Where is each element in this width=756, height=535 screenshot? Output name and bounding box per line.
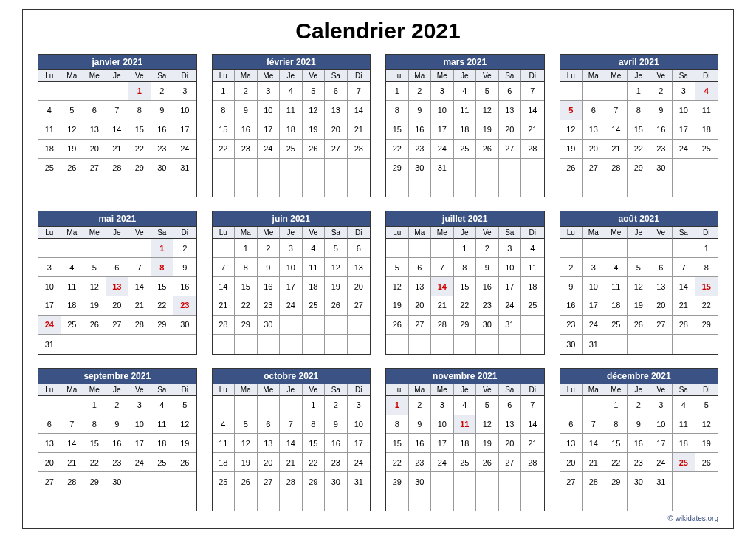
day-cell: 19 [560,140,583,159]
day-cell: 23 [409,453,432,472]
day-cell: 1 [605,396,628,415]
day-cell: 15 [128,120,151,140]
day-cell [173,491,196,511]
day-cell [83,239,106,258]
weeks-container: 1234567891011121314151617181920212223242… [38,239,196,353]
day-cell [348,316,371,335]
day-cell: 2 [173,239,196,258]
day-cell: 3 [38,258,61,277]
day-cell: 17 [38,296,61,316]
day-cell: 10 [431,415,454,435]
day-cell: 15 [386,120,409,140]
day-cell [605,82,628,101]
day-cell: 20 [583,140,605,159]
weekday-label: Je [454,70,477,82]
day-cell: 11 [521,258,544,277]
day-cell: 13 [499,101,522,120]
day-cell [151,472,174,491]
month-header: octobre 2021 [213,369,371,384]
month-block: mai 2021LuMaMeJeVeSaDi123456789101112131… [38,211,197,354]
day-cell: 14 [61,434,84,453]
day-cell: 13 [650,277,673,296]
day-cell: 3 [673,82,695,101]
weekday-row: LuMaMeJeVeSaDi [213,384,371,396]
weekday-label: Je [106,384,129,396]
day-cell: 23 [560,316,583,335]
day-cell: 5 [235,415,258,435]
day-cell: 4 [673,396,695,415]
week-row: 11121314151617 [213,434,371,453]
day-cell: 28 [348,140,371,159]
week-row [560,177,718,197]
week-row: 31 [38,335,196,354]
weekday-label: Me [431,70,454,82]
day-cell: 4 [605,258,628,277]
day-cell: 28 [521,140,544,159]
day-cell: 23 [650,140,673,159]
day-cell [61,491,84,511]
weeks-container: 1234567891011121314151617181920212223242… [213,396,371,511]
day-cell: 26 [386,316,409,335]
day-cell [38,177,61,197]
weekday-label: Ma [235,384,258,396]
day-cell: 12 [303,101,326,120]
day-cell: 17 [128,434,151,453]
weekday-label: Me [83,384,106,396]
day-cell: 14 [521,415,544,435]
weekday-label: Di [695,384,718,396]
day-cell [106,491,129,511]
day-cell: 7 [431,258,454,277]
day-cell [106,82,129,101]
weekday-label: Ve [650,70,673,82]
day-cell: 28 [431,316,454,335]
day-cell: 6 [499,396,522,415]
weekday-label: Ve [650,384,673,396]
day-cell [38,396,61,415]
day-cell [409,239,432,258]
day-cell: 11 [605,277,628,296]
weekday-label: Sa [151,70,174,82]
week-row: 567891011 [560,101,718,120]
day-cell: 7 [605,101,628,120]
day-cell: 13 [258,434,281,453]
day-cell [560,239,583,258]
weekday-row: LuMaMeJeVeSaDi [560,227,718,239]
day-cell: 13 [106,277,129,296]
day-cell: 23 [151,140,174,159]
day-cell: 28 [583,472,605,491]
day-cell: 13 [583,120,605,140]
weekday-label: Je [454,384,477,396]
day-cell: 10 [499,258,522,277]
day-cell [431,239,454,258]
day-cell [454,472,477,491]
day-cell: 7 [213,258,236,277]
week-row: 1 [560,239,718,258]
week-row: 10111213141516 [38,277,196,296]
day-cell [61,82,84,101]
day-cell: 1 [235,239,258,258]
weekday-label: Me [258,227,281,239]
day-cell: 18 [521,277,544,296]
month-header: juin 2021 [213,211,371,227]
day-cell: 30 [325,472,348,491]
month-header: août 2021 [560,211,718,227]
day-cell: 11 [213,434,236,453]
day-cell: 5 [173,396,196,415]
day-cell: 6 [348,239,371,258]
day-cell [106,177,129,197]
week-row: 15161718192021 [386,120,544,140]
weekday-row: LuMaMeJeVeSaDi [38,227,196,239]
day-cell: 9 [258,258,281,277]
day-cell [213,177,236,197]
day-cell: 28 [605,159,628,178]
day-cell: 3 [128,396,151,415]
day-cell: 11 [303,258,326,277]
month-block: juillet 2021LuMaMeJeVeSaDi12345678910111… [385,211,545,354]
week-row: 293031 [386,159,544,178]
day-cell: 18 [673,434,695,453]
day-cell: 26 [560,159,583,178]
day-cell: 1 [151,239,174,258]
day-cell: 16 [409,120,432,140]
day-cell: 12 [173,415,196,435]
day-cell: 18 [695,120,718,140]
